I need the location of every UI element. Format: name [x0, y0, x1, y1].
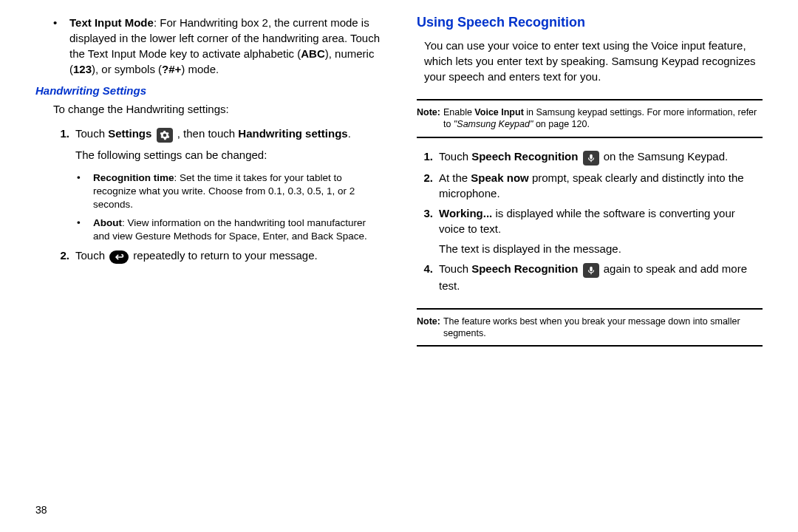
step-1: 1. Touch Settings , then touch Handwriti…: [53, 126, 381, 143]
t: Enable: [443, 107, 474, 117]
sub-heading-handwriting-settings: Handwriting Settings: [35, 84, 381, 97]
note-text: Enable Voice Input in Samsung keypad set…: [443, 106, 763, 131]
t: Touch: [439, 150, 471, 163]
text: repeatedly to return to your message.: [130, 249, 317, 262]
step-content: Working... is displayed while the softwa…: [439, 205, 763, 236]
abc: ABC: [301, 47, 325, 60]
text: The text is displayed in the message.: [439, 241, 763, 256]
step-3-subtext: The text is displayed in the message.: [417, 241, 763, 256]
bullet-marker: •: [77, 216, 87, 230]
divider: [417, 345, 763, 347]
step-number: 2.: [417, 170, 433, 185]
lead: Text Input Mode: [69, 16, 154, 29]
t: Touch: [439, 262, 471, 275]
text: .: [348, 127, 351, 140]
step-content: Touch Speech Recognition again to speak …: [439, 261, 763, 293]
symbols: ?#+: [162, 63, 181, 75]
left-column: • Text Input Mode: For Handwriting box 2…: [30, 15, 399, 517]
step-2: 2. At the Speak now prompt, speak clearl…: [417, 170, 763, 201]
note-label: Note:: [417, 106, 440, 131]
step-3: 3. Working... is displayed while the sof…: [417, 205, 763, 236]
bullet-content: About: View information on the handwriti…: [93, 216, 381, 243]
lead: Recognition time: [93, 172, 174, 183]
speech-intro: You can use your voice to enter text usi…: [424, 38, 763, 84]
t: on page 120.: [533, 119, 589, 129]
sub-bullet-recognition-time: • Recognition time: Set the time it take…: [77, 171, 381, 212]
step-content: Touch Settings , then touch Handwriting …: [75, 126, 381, 143]
divider: [417, 99, 763, 100]
step-number: 4.: [417, 261, 433, 276]
bullet-content: Recognition time: Set the time it takes …: [93, 171, 381, 212]
step-content: At the Speak now prompt, speak clearly a…: [439, 170, 763, 201]
note-text: The feature works best when you break yo…: [443, 316, 763, 340]
bullet-content: Text Input Mode: For Handwriting box 2, …: [69, 15, 381, 77]
intro-text: To change the Handwriting settings:: [53, 101, 381, 117]
num123: 123: [73, 63, 92, 75]
divider: [417, 308, 763, 310]
text: , then touch: [174, 127, 239, 140]
handwriting-settings-label: Handwriting settings: [238, 127, 347, 140]
back-icon: [109, 250, 129, 264]
text: Touch: [75, 249, 108, 262]
note-label: Note:: [417, 316, 440, 340]
text: ), or symbols (: [92, 63, 162, 75]
gear-icon: [157, 128, 173, 143]
step-content: Touch Speech Recognition on the Samsung …: [439, 149, 763, 166]
right-column: Using Speech Recognition You can use you…: [399, 15, 768, 517]
step-content: Touch repeatedly to return to your messa…: [75, 248, 381, 264]
text: : View information on the handwriting to…: [93, 217, 367, 242]
page-number: 38: [35, 504, 47, 516]
step-number: 1.: [417, 149, 433, 164]
step-1: 1. Touch Speech Recognition on the Samsu…: [417, 149, 763, 166]
text: ) mode.: [181, 63, 219, 75]
text: The following settings can be changed:: [75, 147, 381, 163]
lead: About: [93, 217, 122, 228]
step-4: 4. Touch Speech Recognition again to spe…: [417, 261, 763, 293]
step-number: 3.: [417, 205, 433, 221]
working-label: Working...: [439, 207, 492, 219]
settings-label: Settings: [108, 127, 151, 140]
section-heading-speech: Using Speech Recognition: [417, 15, 763, 30]
divider: [417, 137, 763, 138]
microphone-icon: [583, 151, 599, 166]
note-1: Note: Enable Voice Input in Samsung keyp…: [417, 106, 763, 131]
bullet-text-input-mode: • Text Input Mode: For Handwriting box 2…: [53, 15, 381, 77]
note-2: Note: The feature works best when you br…: [417, 316, 763, 340]
bullet-marker: •: [53, 15, 64, 30]
speech-recognition-label: Speech Recognition: [471, 150, 578, 163]
t: At the: [439, 171, 471, 184]
text: Touch: [75, 127, 108, 140]
step-number: 1.: [53, 126, 69, 141]
voice-input: Voice Input: [474, 107, 523, 117]
step-2: 2. Touch repeatedly to return to your me…: [53, 248, 381, 264]
t: on the Samsung Keypad.: [601, 150, 729, 163]
microphone-icon: [583, 263, 599, 278]
step-number: 2.: [53, 248, 69, 263]
speak-now-label: Speak now: [471, 171, 528, 184]
manual-page: • Text Input Mode: For Handwriting box 2…: [0, 0, 798, 532]
ref: "Samsung Keypad": [454, 119, 533, 129]
step-1-subtext: The following settings can be changed:: [53, 147, 381, 163]
sub-bullet-about: • About: View information on the handwri…: [77, 216, 381, 243]
speech-recognition-label: Speech Recognition: [471, 262, 578, 275]
bullet-marker: •: [77, 171, 87, 185]
